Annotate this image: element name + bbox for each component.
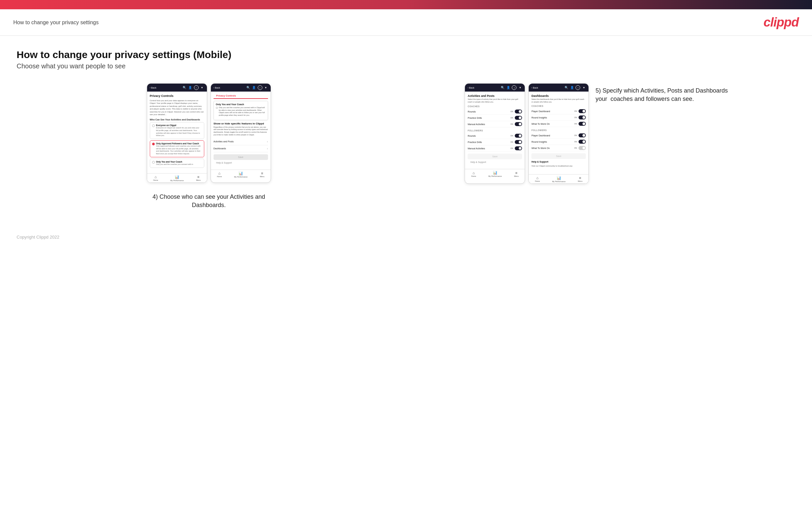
chevron-left-icon-4: ‹ — [531, 87, 532, 89]
info-icon-1[interactable]: i — [194, 85, 199, 90]
toggle-practice-followers: Practice Drills ON — [468, 139, 522, 145]
nav-performance-2[interactable]: 📊 My Performance — [234, 171, 247, 178]
toggle-what-work-coaches-switch[interactable] — [578, 122, 586, 126]
info-icon-2[interactable]: i — [258, 85, 262, 90]
home-label-1: Home — [153, 179, 158, 181]
back-label-1: Back — [151, 87, 156, 89]
toggle-practice-followers-right: ON — [510, 140, 522, 144]
home-icon-4: ⌂ — [536, 176, 539, 180]
radio-approved[interactable]: Only Approved Followers and Your Coach O… — [150, 140, 204, 157]
phone-screens-1: ‹ Back 🔍 👤 i ▾ Privacy Controls Control … — [147, 83, 271, 183]
manual-coaches-label: Manual Activities — [468, 123, 485, 125]
chevron-down-icon-4[interactable]: ▾ — [582, 86, 586, 90]
info-icon-4[interactable]: i — [575, 85, 580, 90]
toggle-player-followers-switch[interactable] — [578, 133, 586, 137]
toggle-player-coaches-switch[interactable] — [578, 109, 586, 113]
search-icon-2[interactable]: 🔍 — [246, 86, 250, 90]
performance-label-2: My Performance — [234, 176, 247, 178]
save-button-4[interactable]: Save — [531, 153, 586, 159]
chevron-left-icon-2: ‹ — [213, 87, 214, 89]
popup-radio — [216, 107, 218, 109]
dashboards-title: Dashboards — [531, 94, 586, 98]
nav-performance-3[interactable]: 📊 My Performance — [489, 171, 502, 177]
privacy-tab-text: Privacy Controls — [216, 94, 236, 97]
toggle-manual-followers-right: ON — [510, 146, 522, 150]
chevron-down-icon-2[interactable]: ▾ — [264, 86, 268, 90]
nav-home-3[interactable]: ⌂ Home — [471, 171, 476, 177]
nav-menu-4[interactable]: ≡ Menu — [578, 176, 582, 182]
person-icon-4[interactable]: 👤 — [570, 86, 574, 90]
phone-screen-1: ‹ Back 🔍 👤 i ▾ Privacy Controls Control … — [147, 83, 207, 183]
toggle-round-insights-followers-right: ON — [574, 140, 586, 144]
toggle-rounds-followers-switch[interactable] — [515, 134, 522, 138]
toggle-practice-followers-switch[interactable] — [515, 140, 522, 144]
search-icon-1[interactable]: 🔍 — [183, 86, 187, 90]
radio-label-only-you: Only You and Your Coach — [156, 161, 193, 163]
chevron-right-dashboards: › — [267, 147, 268, 150]
nav-menu-3[interactable]: ≡ Menu — [514, 171, 519, 177]
on-label-wwf: ON — [574, 147, 577, 149]
person-icon-1[interactable]: 👤 — [188, 86, 192, 90]
nav-home-2[interactable]: ⌂ Home — [217, 171, 222, 177]
menu-activities[interactable]: Activities and Posts › — [213, 138, 268, 145]
back-label-4: Back — [533, 87, 538, 89]
radio-text-approved: Only Approved Followers and Your Coach O… — [156, 143, 202, 155]
phone-screen-3: ‹ Back 🔍 👤 i ▾ Activities and Posts Sele… — [465, 83, 525, 184]
toggle-round-insights-followers-switch[interactable] — [578, 140, 586, 144]
toggle-rounds-coaches-right: ON — [510, 110, 522, 113]
menu-label-1: Menu — [196, 179, 201, 181]
toggle-practice-coaches-right: ON — [510, 116, 522, 120]
person-icon-3[interactable]: 👤 — [506, 86, 510, 90]
home-label-3: Home — [471, 175, 476, 177]
on-label-plc: ON — [574, 110, 577, 112]
back-button-2[interactable]: ‹ Back — [213, 87, 220, 89]
bottom-nav-1: ⌂ Home 📊 My Performance ≡ Menu — [147, 173, 207, 182]
radio-everyone[interactable]: Everyone on Clippd Everyone on Clippd ca… — [150, 122, 204, 139]
home-label-2: Home — [217, 175, 222, 177]
search-icon-3[interactable]: 🔍 — [501, 86, 504, 90]
home-icon-1: ⌂ — [154, 175, 157, 179]
on-label-plf: ON — [574, 134, 577, 136]
chevron-down-icon-1[interactable]: ▾ — [200, 86, 204, 90]
phone-screens-2: ‹ Back 🔍 👤 i ▾ Activities and Posts Sele… — [465, 83, 589, 184]
toggle-manual-coaches-right: ON — [510, 122, 522, 126]
nav-menu-2[interactable]: ≡ Menu — [260, 171, 264, 177]
phone-screen-2: ‹ Back 🔍 👤 i ▾ Privacy Controls — [211, 83, 271, 183]
save-button-2[interactable]: Save — [213, 154, 268, 160]
info-icon-3[interactable]: i — [512, 85, 516, 90]
dashboards-desc: Select the dashboards that you'd like to… — [531, 98, 586, 103]
toggle-what-work-coaches-right: ON — [574, 122, 586, 126]
bottom-nav-3: ⌂ Home 📊 My Performance ≡ Menu — [465, 169, 525, 178]
back-button-3[interactable]: ‹ Back — [468, 87, 474, 89]
chevron-down-icon-3[interactable]: ▾ — [518, 86, 522, 90]
radio-desc-approved: Only approved followers and coaches you … — [156, 145, 202, 155]
save-button-3[interactable]: Save — [468, 154, 522, 159]
menu-icon-4: ≡ — [579, 176, 581, 180]
radio-only-you[interactable]: Only You and Your Coach Only you and the… — [150, 159, 204, 168]
toggle-practice-coaches-switch[interactable] — [515, 116, 522, 120]
back-button-4[interactable]: ‹ Back — [531, 87, 538, 89]
nav-performance-4[interactable]: 📊 My Performance — [552, 176, 566, 182]
search-icon-4[interactable]: 🔍 — [564, 86, 568, 90]
nav-home-1[interactable]: ⌂ Home — [153, 175, 158, 181]
toggle-rounds-coaches-switch[interactable] — [515, 110, 522, 113]
back-button-1[interactable]: ‹ Back — [150, 87, 156, 89]
toggle-what-work-followers-switch[interactable] — [578, 146, 586, 150]
screen4-body: Dashboards Select the dashboards that yo… — [529, 92, 589, 173]
nav-menu-1[interactable]: ≡ Menu — [196, 175, 201, 181]
person-icon-2[interactable]: 👤 — [252, 86, 256, 90]
radio-text-only-you: Only You and Your Coach Only you and the… — [156, 161, 193, 166]
nav-performance-1[interactable]: 📊 My Performance — [170, 175, 184, 181]
bottom-nav-2: ⌂ Home 📊 My Performance ≡ Menu — [211, 170, 271, 179]
toggle-manual-coaches-switch[interactable] — [515, 122, 522, 126]
menu-dashboards[interactable]: Dashboards › — [213, 145, 268, 152]
toggle-manual-followers-switch[interactable] — [515, 146, 522, 150]
nav-icons-2: 🔍 👤 i ▾ — [246, 85, 268, 90]
toggle-player-followers-right: ON — [574, 133, 586, 137]
manual-followers-label: Manual Activities — [468, 147, 485, 150]
radio-dot-everyone — [152, 124, 155, 127]
screenshot-group-2: ‹ Back 🔍 👤 i ▾ Activities and Posts Sele… — [411, 83, 796, 190]
toggle-round-insights-coaches-switch[interactable] — [578, 115, 586, 119]
nav-home-4[interactable]: ⌂ Home — [535, 176, 540, 182]
what-work-followers-label: What To Work On — [531, 147, 550, 149]
